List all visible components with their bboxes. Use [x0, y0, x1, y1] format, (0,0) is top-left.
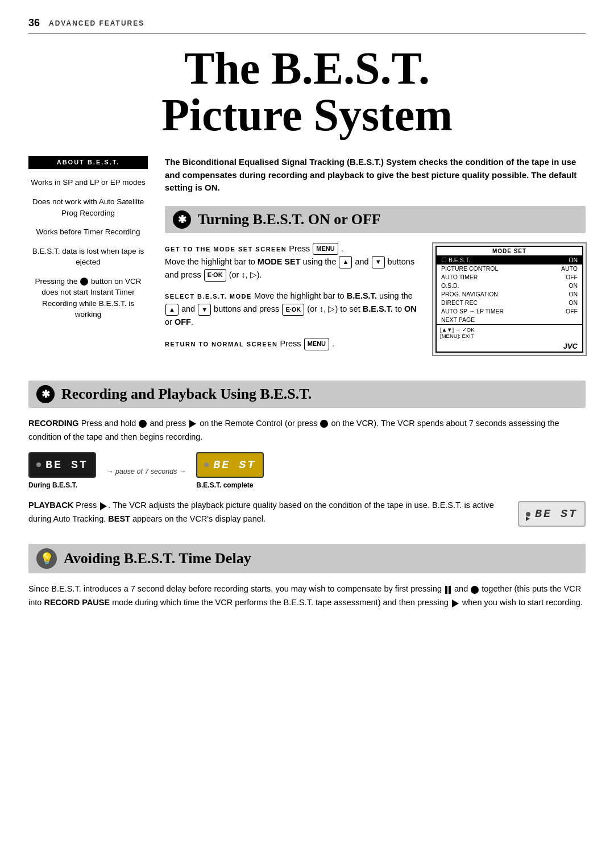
mode-row-directrec: DIRECT REC ON — [437, 299, 582, 307]
rec-dot2-icon — [320, 420, 328, 428]
section1-title: Turning B.E.S.T. ON or OFF — [198, 211, 381, 228]
mode-set-screen-container: MODE SET ☐ B.E.S.T. ON PICTURE CONTROL A… — [432, 242, 586, 358]
osd-value: ON — [569, 282, 578, 289]
section1-body: GET TO THE MODE SET SCREEN Press MENU . … — [165, 242, 586, 358]
step2-block: SELECT B.E.S.T. MODE Move the highlight … — [165, 290, 421, 329]
step3-label: RETURN TO NORMAL SCREEN — [165, 341, 278, 348]
eok-btn-1[interactable]: E·OK — [204, 269, 226, 282]
display-during: BE ST During B.E.S.T. — [28, 452, 96, 491]
step1-label: GET TO THE MODE SET SCREEN — [165, 246, 287, 253]
prognav-label: PROG. NAVIGATION — [441, 291, 498, 297]
mode-screen-outer: MODE SET ☐ B.E.S.T. ON PICTURE CONTROL A… — [432, 242, 587, 356]
prognav-value: ON — [569, 291, 578, 297]
vcr-text-complete: BE ST — [213, 456, 256, 474]
mode-brand: JVC — [437, 341, 582, 352]
pause-icon — [445, 586, 451, 594]
recording-label: RECORDING — [28, 419, 79, 428]
complete-label: B.E.S.T. complete — [196, 480, 253, 491]
section2-icon: ✱ — [36, 385, 55, 403]
sidebar-item-3: Works before Timer Recording — [28, 226, 148, 238]
sidebar: ABOUT B.E.S.T. Works in SP and LP or EP … — [28, 156, 148, 366]
arrow-container: → pause of 7 seconds → — [106, 466, 186, 478]
step3-text: Press — [280, 339, 304, 348]
picture-label: PICTURE CONTROL — [441, 265, 498, 272]
down-btn[interactable]: ▼ — [372, 256, 385, 268]
section1-icon: ✱ — [173, 210, 191, 229]
recording-para: RECORDING Press and hold and press on th… — [28, 417, 586, 444]
play-icon-2 — [100, 502, 107, 510]
down-btn-2[interactable]: ▼ — [198, 304, 211, 316]
step1-move: Move the highlight bar to MODE SET using… — [165, 257, 338, 266]
section2-header: ✱ Recording and Playback Using B.E.S.T. — [28, 381, 586, 408]
section3: 💡 Avoiding B.E.S.T. Time Delay Since B.E… — [28, 544, 586, 615]
step1-block: GET TO THE MODE SET SCREEN Press MENU . … — [165, 242, 421, 282]
autotimer-label: AUTO TIMER — [441, 274, 478, 280]
and-text: and — [355, 257, 371, 266]
section3-para: Since B.E.S.T. introduces a 7 second del… — [28, 582, 586, 610]
mode-set-nav: [▲▼] → ✓OK [MENU]: EXIT — [437, 324, 582, 341]
mode-row-autosplp: AUTO SP → LP TIMER OFF — [437, 307, 582, 316]
play-icon-3 — [452, 600, 459, 607]
vcr-display-during: BE ST — [28, 452, 96, 478]
playback-para: PLAYBACK Press . The VCR adjusts the pla… — [28, 499, 507, 526]
or-text: (or ↕, ▷). — [229, 270, 262, 279]
autotimer-value: OFF — [566, 274, 578, 280]
up-btn-2[interactable]: ▲ — [165, 304, 179, 316]
up-btn[interactable]: ▲ — [339, 256, 352, 268]
rec-indicator — [36, 462, 41, 467]
about-text: The Biconditional Equalised Signal Track… — [165, 156, 586, 195]
nav-label1: [▲▼] → ✓OK — [440, 326, 475, 333]
step3-block: RETURN TO NORMAL SCREEN Press MENU . — [165, 337, 421, 350]
step1-text: Press — [289, 244, 312, 253]
during-label: During B.E.S.T. — [28, 480, 77, 491]
rec-circle-icon — [471, 586, 479, 594]
section2-body: RECORDING Press and hold and press on th… — [28, 417, 586, 533]
section3-body: Since B.E.S.T. introduces a 7 second del… — [28, 582, 586, 615]
eok-btn-2[interactable]: E·OK — [282, 304, 304, 316]
title-line2: Picture System — [28, 91, 586, 139]
play-icon — [189, 420, 196, 428]
nextpage-label: NEXT PAGE — [441, 316, 475, 323]
mode-row-osd: O.S.D. ON — [437, 282, 582, 290]
sidebar-item-2: Does not work with Auto Satellite Prog R… — [28, 196, 148, 218]
mode-row-nextpage: NEXT PAGE — [437, 316, 582, 324]
step3-end: . — [332, 339, 334, 348]
content-area: ABOUT B.E.S.T. Works in SP and LP or EP … — [28, 156, 586, 366]
nav-label2: [MENU]: EXIT — [440, 333, 474, 339]
mode-row-picture: PICTURE CONTROL AUTO — [437, 264, 582, 273]
page: 36 ADVANCED FEATURES The B.E.S.T. Pictur… — [0, 0, 614, 644]
playback-area: PLAYBACK Press . The VCR adjusts the pla… — [28, 499, 586, 527]
mode-row-autotimer: AUTO TIMER OFF — [437, 273, 582, 282]
step2-cont: buttons and press — [214, 304, 281, 313]
playback-display-col: BE ST — [518, 499, 586, 527]
main-title-block: The B.E.S.T. Picture System — [28, 46, 586, 139]
step2-text: Move the highlight bar to B.E.S.T. using… — [254, 291, 413, 300]
page-header: 36 ADVANCED FEATURES — [28, 17, 586, 34]
section2: ✱ Recording and Playback Using B.E.S.T. … — [28, 381, 586, 533]
menu-btn-2[interactable]: MENU — [304, 338, 329, 350]
mode-row-best: ☐ B.E.S.T. ON — [437, 256, 582, 264]
mode-set-title: MODE SET — [437, 247, 582, 256]
display-complete: BE ST B.E.S.T. complete — [196, 452, 264, 491]
sidebar-item-4: B.E.S.T. data is lost when tape is eject… — [28, 246, 148, 268]
section3-header: 💡 Avoiding B.E.S.T. Time Delay — [28, 544, 586, 573]
osd-label: O.S.D. — [441, 282, 459, 289]
section3-icon: 💡 — [36, 548, 57, 569]
vcr-display-playback: BE ST — [518, 501, 586, 527]
section1-header: ✱ Turning B.E.S.T. ON or OFF — [165, 206, 586, 233]
mode-set-screen: MODE SET ☐ B.E.S.T. ON PICTURE CONTROL A… — [435, 246, 583, 353]
section2-title: Recording and Playback Using B.E.S.T. — [61, 386, 312, 403]
directrec-value: ON — [569, 299, 578, 306]
main-content: The Biconditional Equalised Signal Track… — [165, 156, 586, 366]
about-label: ABOUT B.E.S.T. — [28, 156, 148, 169]
rec-indicator-complete — [204, 462, 209, 467]
and-text-2: and — [181, 304, 197, 313]
step2-label: SELECT B.E.S.T. MODE — [165, 293, 252, 300]
menu-btn-1[interactable]: MENU — [313, 243, 338, 255]
autosplp-value: OFF — [566, 308, 578, 315]
play-indicator — [526, 512, 530, 516]
title-line1: The B.E.S.T. — [28, 46, 586, 91]
step1-cont: . — [341, 244, 343, 253]
vcr-text-playback: BE ST — [535, 505, 578, 523]
playback-text-col: PLAYBACK Press . The VCR adjusts the pla… — [28, 499, 507, 526]
